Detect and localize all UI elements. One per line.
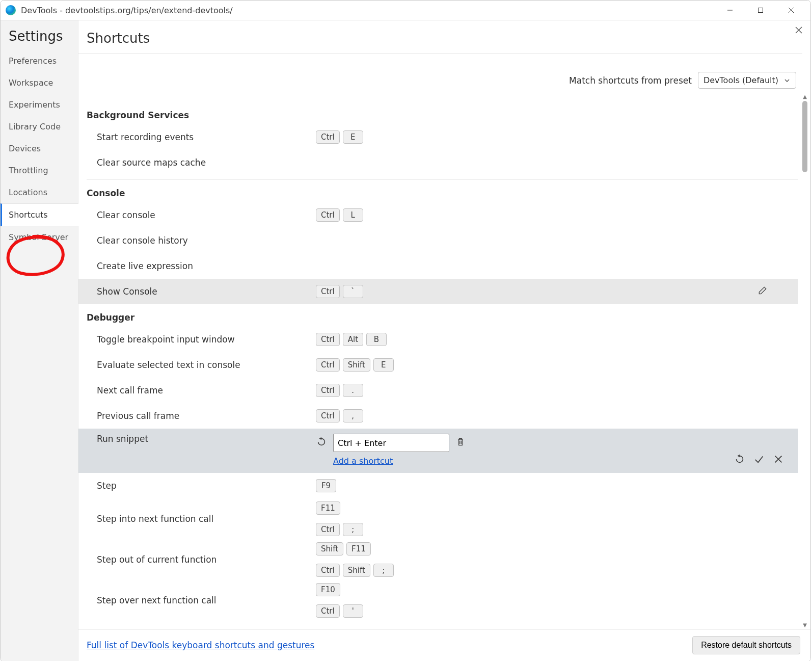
key-,: ,	[343, 409, 363, 422]
window-maximize-button[interactable]	[745, 1, 776, 20]
sidebar-item-shortcuts[interactable]: Shortcuts	[1, 203, 78, 226]
category-heading: Debugger	[78, 304, 798, 327]
preset-select-value: DevTools (Default)	[703, 75, 778, 85]
key-e: E	[373, 358, 394, 372]
shortcut-keys: Ctrl,	[316, 409, 363, 422]
key-ctrl: Ctrl	[316, 358, 340, 372]
shortcut-row[interactable]: Evaluate selected text in consoleCtrlShi…	[78, 352, 798, 378]
scroll-down-arrow[interactable]: ▼	[803, 621, 807, 629]
key-f10: F10	[316, 583, 340, 596]
key-.: .	[343, 384, 363, 397]
close-settings-button[interactable]	[794, 25, 803, 37]
shortcut-keys: CtrlAltB	[316, 333, 387, 346]
sidebar-item-devices[interactable]: Devices	[1, 138, 78, 160]
revert-shortcut-icon[interactable]	[316, 436, 327, 450]
sidebar-item-throttling[interactable]: Throttling	[1, 160, 78, 181]
shortcut-keys: CtrlE	[316, 130, 363, 144]
window-title: DevTools - devtoolstips.org/tips/en/exte…	[21, 6, 233, 15]
undo-edit-icon[interactable]	[734, 454, 745, 467]
shortcut-row[interactable]: Toggle breakpoint input windowCtrlAltB	[78, 327, 798, 352]
shortcut-label: Clear source maps cache	[97, 157, 316, 168]
shortcut-label: Show Console	[97, 286, 316, 297]
shortcut-label: Previous call frame	[97, 411, 316, 421]
sidebar-item-symbol-server[interactable]: Symbol Server	[1, 226, 78, 248]
shortcut-label: Evaluate selected text in console	[97, 360, 316, 370]
shortcut-keys: CtrlL	[316, 208, 363, 222]
key-ctrl: Ctrl	[316, 208, 340, 222]
edge-browser-icon	[6, 5, 16, 15]
scroll-up-arrow[interactable]: ▲	[803, 93, 807, 101]
edit-shortcut-icon[interactable]	[757, 285, 768, 298]
key-;: ;	[343, 523, 363, 536]
key-alt: Alt	[343, 333, 363, 346]
shortcut-label: Run snippet	[97, 434, 316, 444]
key-ctrl: Ctrl	[316, 333, 340, 346]
shortcut-label: Start recording events	[97, 132, 316, 142]
key-ctrl: Ctrl	[316, 130, 340, 144]
shortcut-row[interactable]: Clear console history	[78, 228, 798, 253]
shortcut-input[interactable]	[333, 434, 449, 452]
delete-shortcut-icon[interactable]	[455, 437, 466, 449]
sidebar-item-workspace[interactable]: Workspace	[1, 72, 78, 94]
key-f11: F11	[346, 542, 371, 556]
window-close-button[interactable]	[776, 1, 806, 20]
shortcut-row[interactable]: Previous call frameCtrl,	[78, 403, 798, 429]
window-minimize-button[interactable]	[715, 1, 745, 20]
sidebar-item-preferences[interactable]: Preferences	[1, 50, 78, 72]
shortcut-label: Clear console history	[97, 235, 316, 246]
shortcut-row[interactable]: Start recording eventsCtrlE	[78, 124, 798, 150]
chevron-down-icon	[783, 77, 791, 84]
sidebar-item-experiments[interactable]: Experiments	[1, 94, 78, 116]
key-ctrl: Ctrl	[316, 285, 340, 298]
restore-defaults-button[interactable]: Restore default shortcuts	[692, 636, 800, 654]
page-title: Shortcuts	[78, 20, 802, 54]
shortcut-row[interactable]: Step into next function callF11Ctrl;	[78, 498, 798, 539]
sidebar-item-library-code[interactable]: Library Code	[1, 116, 78, 138]
add-shortcut-link[interactable]: Add a shortcut	[333, 456, 466, 466]
category-heading: Console	[78, 180, 798, 202]
key-b: B	[366, 333, 387, 346]
key-ctrl: Ctrl	[316, 604, 340, 618]
key-ctrl: Ctrl	[316, 409, 340, 422]
full-shortcut-list-link[interactable]: Full list of DevTools keyboard shortcuts…	[87, 640, 314, 650]
confirm-edit-icon[interactable]	[753, 454, 765, 467]
key-l: L	[343, 208, 363, 222]
key-f11: F11	[316, 501, 340, 515]
scrollbar[interactable]: ▲ ▼	[800, 93, 809, 629]
shortcut-label: Next call frame	[97, 385, 316, 395]
shortcut-row[interactable]: Clear source maps cache	[78, 150, 798, 175]
shortcut-keys: F10Ctrl'	[316, 583, 393, 618]
shortcut-row[interactable]: Clear consoleCtrlL	[78, 202, 798, 228]
shortcut-row[interactable]: StepF9	[78, 473, 798, 498]
shortcut-row[interactable]: Step over next function callF10Ctrl'	[78, 580, 798, 621]
key-f9: F9	[316, 479, 336, 492]
scroll-thumb[interactable]	[802, 101, 807, 172]
shortcut-keys: F11Ctrl;	[316, 501, 393, 536]
shortcut-row[interactable]: Run snippetAdd a shortcut	[78, 429, 798, 473]
key-e: E	[343, 130, 363, 144]
key-': '	[343, 604, 363, 618]
svg-rect-1	[759, 8, 763, 13]
shortcut-row[interactable]: Next call frameCtrl.	[78, 378, 798, 403]
shortcut-keys: CtrlShiftE	[316, 358, 394, 372]
shortcut-label: Clear console	[97, 210, 316, 220]
shortcut-keys: ShiftF11CtrlShift;	[316, 542, 455, 577]
shortcut-row[interactable]: Show ConsoleCtrl`	[78, 279, 798, 304]
shortcut-label: Step out of current function	[97, 554, 316, 565]
shortcut-keys: F9	[316, 479, 336, 492]
shortcut-keys: Ctrl`	[316, 285, 363, 298]
window-titlebar: DevTools - devtoolstips.org/tips/en/exte…	[1, 1, 810, 20]
shortcut-list: Background ServicesStart recording event…	[78, 93, 810, 629]
shortcut-label: Step into next function call	[97, 514, 316, 524]
shortcut-row[interactable]: Step out of current functionShiftF11Ctrl…	[78, 539, 798, 580]
shortcut-label: Toggle breakpoint input window	[97, 334, 316, 345]
key-ctrl: Ctrl	[316, 564, 340, 577]
key-;: ;	[373, 564, 394, 577]
shortcut-row[interactable]: Create live expression	[78, 253, 798, 279]
settings-heading: Settings	[1, 25, 78, 50]
settings-sidebar: Settings PreferencesWorkspaceExperiments…	[1, 20, 78, 661]
sidebar-item-locations[interactable]: Locations	[1, 181, 78, 203]
preset-select[interactable]: DevTools (Default)	[698, 72, 796, 89]
key-ctrl: Ctrl	[316, 523, 340, 536]
cancel-edit-icon[interactable]	[773, 454, 784, 467]
